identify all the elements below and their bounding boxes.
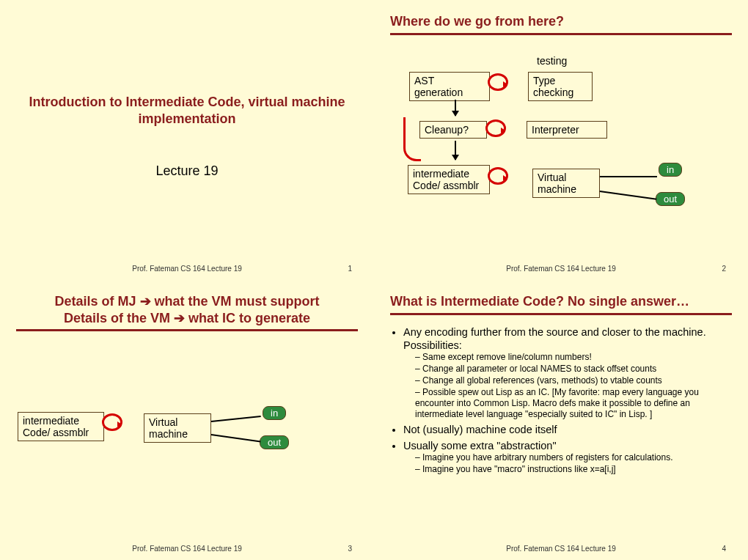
vm-box: Virtual machine	[144, 413, 211, 443]
vm-in-line	[211, 416, 261, 422]
testing-label: testing	[537, 55, 567, 67]
red-connector-1	[403, 117, 421, 161]
slide3-footer: Prof. Fateman CS 164 Lecture 19 3	[0, 545, 374, 553]
slide1-pagenum: 1	[348, 265, 352, 273]
title-underline	[390, 33, 732, 35]
ic-box: intermediate Code/ assmblr	[408, 165, 490, 194]
footer-author: Prof. Fateman CS 164 Lecture 19	[132, 545, 242, 553]
footer-author: Prof. Fateman CS 164 Lecture 19	[132, 265, 242, 273]
title-underline	[390, 313, 732, 315]
slide4-title: What is Intermediate Code? No single ans…	[390, 293, 732, 310]
slide1-subtitle: Lecture 19	[16, 163, 358, 179]
ic-loop-icon	[102, 413, 122, 431]
slide-4: What is Intermediate Code? No single ans…	[374, 280, 748, 560]
bullet-3: Usually some extra "abstraction" Imagine…	[403, 439, 732, 475]
ast-box: AST generation	[409, 72, 490, 101]
sub-1c: Change all global references (vars, meth…	[415, 375, 732, 386]
sub-1a: Same except remove line/column numbers!	[415, 352, 732, 363]
arrow-down-2	[455, 141, 456, 160]
slide-2: Where do we go from here? testing AST ge…	[374, 0, 748, 280]
slide2-footer: Prof. Fateman CS 164 Lecture 19 2	[374, 265, 748, 273]
interpreter-box: Interpreter	[527, 121, 607, 139]
sub-1b: Change all parameter or local NAMES to s…	[415, 364, 732, 375]
in-pill: in	[263, 406, 286, 420]
sublist-3: Imagine you have arbitrary numbers of re…	[403, 452, 732, 475]
cleanup-box: Cleanup?	[419, 121, 487, 139]
arrow-down-1	[455, 100, 456, 116]
in-pill: in	[659, 163, 682, 177]
slide-1: Introduction to Intermediate Code, virtu…	[0, 0, 374, 280]
sub-1d: Possible spew out Lisp as an IC. [My fav…	[415, 387, 732, 420]
out-pill: out	[656, 192, 685, 206]
slide2-title: Where do we go from here?	[390, 13, 732, 30]
sub-3a: Imagine you have arbitrary numbers of re…	[415, 452, 732, 463]
bullet-2: Not (usually) machine code itself	[403, 423, 732, 436]
ic-box: intermediate Code/ assmblr	[18, 412, 104, 441]
sublist-1: Same except remove line/column numbers! …	[403, 352, 732, 420]
vm-in-line	[600, 176, 657, 177]
ast-loop-icon	[488, 73, 508, 91]
cleanup-loop-icon	[485, 119, 506, 137]
footer-author: Prof. Fateman CS 164 Lecture 19	[506, 545, 616, 553]
vm-out-line	[211, 434, 261, 442]
ic-loop-icon	[488, 167, 508, 185]
type-box: Type checking	[528, 72, 593, 101]
vm-out-line	[600, 191, 656, 199]
bullet-1: Any encoding further from the source and…	[403, 325, 732, 420]
slide3-pagenum: 3	[348, 545, 352, 553]
slide4-footer: Prof. Fateman CS 164 Lecture 19 4	[374, 545, 748, 553]
vm-box: Virtual machine	[532, 169, 600, 198]
slide3-title: Details of MJ ➔ what the VM must support…	[16, 293, 358, 326]
slide1-title: Introduction to Intermediate Code, virtu…	[16, 94, 358, 127]
slide1-footer: Prof. Fateman CS 164 Lecture 19 1	[0, 265, 374, 273]
bullet-list: Any encoding further from the source and…	[390, 325, 732, 476]
sub-3b: Imagine you have "macro" instructions li…	[415, 464, 732, 475]
slide-3: Details of MJ ➔ what the VM must support…	[0, 280, 374, 560]
slide2-pagenum: 2	[722, 265, 726, 273]
slide4-pagenum: 4	[722, 545, 726, 553]
title-underline	[16, 329, 358, 331]
out-pill: out	[260, 435, 289, 449]
footer-author: Prof. Fateman CS 164 Lecture 19	[506, 265, 616, 273]
